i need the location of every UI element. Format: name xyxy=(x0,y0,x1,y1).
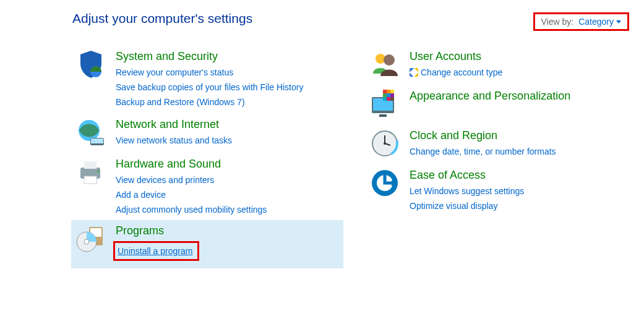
category-user-accounts: User Accounts Change account type xyxy=(365,45,625,84)
category-title[interactable]: Clock and Region xyxy=(410,127,556,143)
category-title[interactable]: Appearance and Personalization xyxy=(410,88,570,104)
category-title[interactable]: Programs xyxy=(116,223,199,239)
svg-point-13 xyxy=(384,54,395,66)
category-link[interactable]: Add a device xyxy=(116,188,267,202)
page-title: Adjust your computer's settings xyxy=(72,11,252,26)
category-programs: Programs Uninstall a program xyxy=(71,220,343,268)
category-link[interactable]: Backup and Restore (Windows 7) xyxy=(116,95,303,109)
people-icon xyxy=(369,48,401,80)
category-ease-of-access: Ease of Access Let Windows suggest setti… xyxy=(365,163,625,216)
clock-globe-icon xyxy=(369,127,401,160)
category-link[interactable]: Change account type xyxy=(410,66,502,79)
svg-rect-23 xyxy=(383,97,387,101)
svg-rect-6 xyxy=(84,176,97,184)
category-link[interactable]: Save backup copies of your files with Fi… xyxy=(116,80,303,94)
svg-point-7 xyxy=(97,170,100,172)
uninstall-program-link[interactable]: Uninstall a program xyxy=(118,246,192,256)
category-link[interactable]: Review your computer's status xyxy=(116,66,303,79)
category-link[interactable]: Optimize visual display xyxy=(410,199,524,213)
disc-box-icon xyxy=(75,223,107,255)
category-link[interactable]: Change date, time, or number formats xyxy=(410,145,556,158)
category-link[interactable]: Adjust commonly used mobility settings xyxy=(116,203,267,216)
svg-rect-19 xyxy=(390,90,394,93)
svg-rect-25 xyxy=(390,97,394,101)
category-title[interactable]: System and Security xyxy=(116,48,303,64)
category-system-security: System and Security Review your computer… xyxy=(71,45,343,113)
category-link[interactable]: Let Windows suggest settings xyxy=(410,184,524,198)
category-title[interactable]: User Accounts xyxy=(410,48,502,64)
ease-access-icon xyxy=(369,167,401,199)
category-network: Network and Internet View network status… xyxy=(71,113,343,152)
svg-rect-20 xyxy=(383,93,387,97)
uninstall-highlight: Uninstall a program xyxy=(113,241,199,261)
category-link[interactable]: View devices and printers xyxy=(116,173,267,187)
viewby-dropdown[interactable]: Category xyxy=(578,17,621,27)
svg-point-11 xyxy=(84,239,89,244)
svg-rect-3 xyxy=(91,138,103,143)
viewby-label: View by: xyxy=(541,17,574,27)
svg-rect-16 xyxy=(379,114,387,117)
category-title[interactable]: Network and Internet xyxy=(116,116,232,132)
category-link[interactable]: View network status and tasks xyxy=(116,134,232,147)
svg-rect-5 xyxy=(84,161,97,169)
svg-rect-21 xyxy=(387,93,390,97)
category-clock-region: Clock and Region Change date, time, or n… xyxy=(365,124,625,163)
svg-rect-22 xyxy=(390,93,394,97)
svg-point-30 xyxy=(384,142,386,145)
svg-rect-24 xyxy=(387,97,390,101)
shield-icon xyxy=(75,48,107,80)
svg-rect-18 xyxy=(387,90,390,93)
viewby-highlight: View by: Category xyxy=(533,12,629,31)
chevron-down-icon xyxy=(616,20,621,23)
category-title[interactable]: Hardware and Sound xyxy=(116,156,267,172)
monitor-colors-icon xyxy=(369,88,401,120)
svg-rect-17 xyxy=(383,90,387,93)
viewby-value: Category xyxy=(578,17,614,27)
category-hardware: Hardware and Sound View devices and prin… xyxy=(71,152,343,220)
printer-icon xyxy=(75,156,107,188)
globe-network-icon xyxy=(75,116,107,148)
category-title[interactable]: Ease of Access xyxy=(410,167,524,183)
category-appearance: Appearance and Personalization xyxy=(365,84,625,124)
